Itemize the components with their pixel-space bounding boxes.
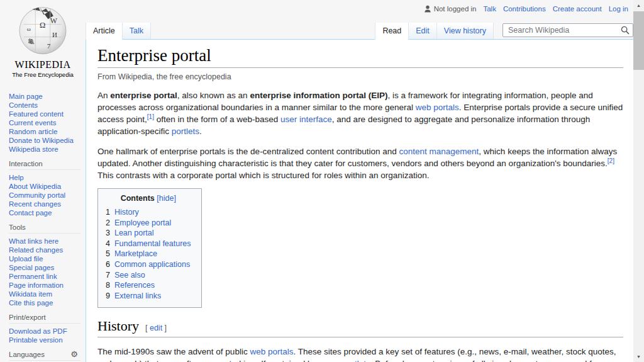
sidebar-item-wikidata-item[interactable]: Wikidata item <box>9 290 80 298</box>
sidebar-item-wikipedia-store[interactable]: Wikipedia store <box>9 145 80 154</box>
wikipedia-globe-icon: Ω W И 7 亀 ω <box>16 3 69 56</box>
page-header: Not logged in TalkContributionsCreate ac… <box>86 0 633 39</box>
sidebar-item-recent-changes[interactable]: Recent changes <box>9 200 80 208</box>
tab-edit[interactable]: Edit <box>409 23 437 39</box>
svg-text:7: 7 <box>47 42 51 50</box>
sidebar-item-printable-version[interactable]: Printable version <box>9 336 80 344</box>
article-link-user-interface[interactable]: user interface <box>280 115 332 124</box>
sidebar-section-tools: ToolsWhat links hereRelated changesUploa… <box>9 223 80 307</box>
article-link-web-portals[interactable]: web portals <box>416 103 459 112</box>
toc-number: 7 <box>106 271 110 280</box>
scroll-down-icon[interactable]: ▼ <box>633 351 644 362</box>
tab-read[interactable]: Read <box>375 23 409 40</box>
toc-number: 6 <box>106 260 110 269</box>
personal-link-contributions[interactable]: Contributions <box>503 5 546 13</box>
scrollbar[interactable]: ▲ ▼ <box>633 0 644 362</box>
toc-number: 9 <box>106 291 110 300</box>
article-link-web-portals[interactable]: web portals <box>250 347 293 356</box>
wikipedia-logo[interactable]: Ω W И 7 亀 ω WIKIPEDIA The Free Encyclope… <box>0 0 86 78</box>
search-input[interactable] <box>502 23 633 37</box>
sidebar-item-about-wikipedia[interactable]: About Wikipedia <box>9 182 80 191</box>
scrollbar-thumb[interactable] <box>633 11 644 70</box>
tab-talk[interactable]: Talk <box>123 23 151 39</box>
toc-item-history[interactable]: 1History <box>106 207 191 218</box>
article-link-content-management[interactable]: content management <box>399 147 479 156</box>
section-title-label: Interaction <box>9 160 43 167</box>
history-paragraph-1: The mid-1990s saw the advent of public w… <box>97 346 623 362</box>
toc-item-common-applications[interactable]: 6Common applications <box>106 259 191 270</box>
reference-link[interactable]: [2] <box>608 157 614 164</box>
sidebar-section-title: Print/export <box>9 314 80 324</box>
scroll-up-icon[interactable]: ▲ <box>633 0 644 11</box>
tab-article[interactable]: Article <box>86 23 123 40</box>
sidebar-item-donate-to-wikipedia[interactable]: Donate to Wikipedia <box>9 136 80 145</box>
toc-link-fundamental-features[interactable]: Fundamental features <box>114 239 191 248</box>
sidebar-item-community-portal[interactable]: Community portal <box>9 191 80 200</box>
toc-link-history[interactable]: History <box>114 208 139 217</box>
tabs-right: ReadEditView history <box>375 23 494 39</box>
article-link-portlets[interactable]: portlets <box>342 359 370 362</box>
text-run: The mid-1990s saw the advent of public <box>97 347 250 356</box>
toc-link-employee-portal[interactable]: Employee portal <box>114 218 171 227</box>
toc-number: 3 <box>106 229 110 237</box>
toc-link-see-also[interactable]: See also <box>114 271 145 280</box>
sidebar-item-special-pages[interactable]: Special pages <box>9 263 80 272</box>
toc-item-fundamental-features[interactable]: 4Fundamental features <box>106 239 191 249</box>
toc-item-references[interactable]: 8References <box>106 280 191 291</box>
sidebar-item-permanent-link[interactable]: Permanent link <box>9 272 80 281</box>
sidebar-item-related-changes[interactable]: Related changes <box>9 246 80 254</box>
gear-icon[interactable]: ⚙ <box>70 351 78 358</box>
toc-item-marketplace[interactable]: 5Marketplace <box>106 249 191 259</box>
personal-link-create-account[interactable]: Create account <box>553 5 602 13</box>
text-run: often in the form of a web-based <box>154 115 280 124</box>
sidebar-item-current-events[interactable]: Current events <box>9 118 80 127</box>
personal-bar: Not logged in TalkContributionsCreate ac… <box>424 5 628 13</box>
toc-link-lean-portal[interactable]: Lean portal <box>114 229 154 237</box>
sidebar-item-main-page[interactable]: Main page <box>9 92 80 101</box>
toc-item-see-also[interactable]: 7See also <box>106 270 191 281</box>
svg-text:亀: 亀 <box>28 38 34 45</box>
sidebar-item-featured-content[interactable]: Featured content <box>9 110 80 118</box>
section-title-label: Print/export <box>9 314 46 321</box>
personal-link-log-in[interactable]: Log in <box>609 5 628 13</box>
history-heading: History[ edit ] <box>97 318 623 337</box>
toc-number: 1 <box>106 208 110 217</box>
article-link-portlets[interactable]: portlets <box>172 127 199 136</box>
toc-item-external-links[interactable]: 9External links <box>106 291 191 302</box>
text-run: This contrasts with a corporate portal w… <box>97 171 430 180</box>
reference-link[interactable]: [1] <box>147 113 154 120</box>
sidebar-item-download-as-pdf[interactable]: Download as PDF <box>9 327 80 336</box>
toc-link-marketplace[interactable]: Marketplace <box>114 249 157 258</box>
toc-link-references[interactable]: References <box>114 281 155 290</box>
toc-item-employee-portal[interactable]: 2Employee portal <box>106 218 191 229</box>
user-icon <box>424 5 431 13</box>
toc-number: 2 <box>106 218 110 227</box>
personal-link-talk[interactable]: Talk <box>483 5 496 13</box>
sidebar-item-cite-this-page[interactable]: Cite this page <box>9 298 80 307</box>
page-title: Enterprise portal <box>97 46 623 68</box>
sidebar-item-what-links-here[interactable]: What links here <box>9 237 80 246</box>
edit-section: [ edit ] <box>145 324 167 332</box>
sidebar-item-upload-file[interactable]: Upload file <box>9 254 80 263</box>
sidebar-item-contact-page[interactable]: Contact page <box>9 208 80 217</box>
edit-link[interactable]: edit <box>150 324 162 332</box>
sidebar-item-page-information[interactable]: Page information <box>9 281 80 290</box>
sidebar-item-random-article[interactable]: Random article <box>9 127 80 136</box>
reference-sup: [1] <box>147 113 154 120</box>
text-run: An <box>97 91 110 100</box>
sidebar-section-title: Interaction <box>9 160 80 170</box>
toc-hide-link[interactable]: [hide] <box>157 194 176 203</box>
wikipedia-tagline: The Free Encyclopedia <box>0 71 86 78</box>
sidebar-item-contents[interactable]: Contents <box>9 101 80 110</box>
toc-item-lean-portal[interactable]: 3Lean portal <box>106 228 191 239</box>
text-run: , also known as an <box>177 91 250 100</box>
sidebar-item-help[interactable]: Help <box>9 173 80 182</box>
search-icon[interactable] <box>621 26 630 35</box>
toc-link-external-links[interactable]: External links <box>114 291 161 300</box>
text-run: . <box>199 127 202 136</box>
sidebar: Ω W И 7 亀 ω WIKIPEDIA The Free Encyclope… <box>0 0 86 362</box>
lead-paragraph-1: An enterprise portal, also known as an e… <box>97 89 623 137</box>
tab-view-history[interactable]: View history <box>437 23 494 39</box>
personal-status: Not logged in <box>424 5 477 13</box>
toc-link-common-applications[interactable]: Common applications <box>114 260 190 269</box>
